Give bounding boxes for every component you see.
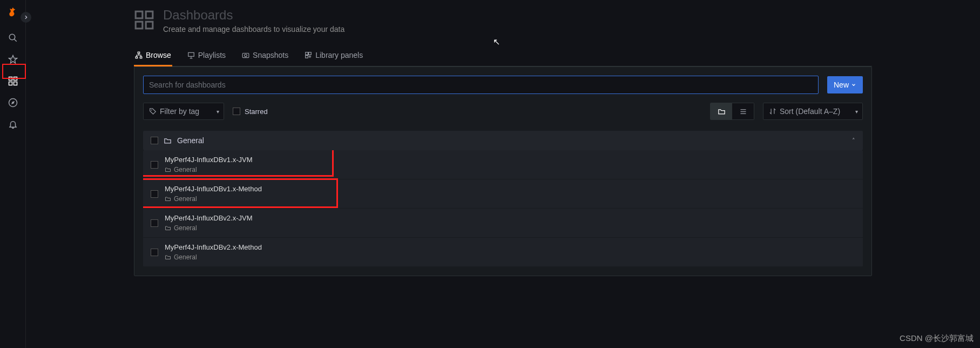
folder-icon <box>165 166 171 173</box>
search-icon <box>8 33 18 43</box>
sort-icon <box>769 108 776 115</box>
folder-icon <box>165 225 171 231</box>
chevron-down-icon: ▾ <box>217 109 219 115</box>
svg-rect-17 <box>309 52 312 55</box>
new-button-label: New <box>834 81 849 89</box>
nav-sidebar <box>0 0 26 348</box>
star-icon <box>8 55 18 64</box>
tab-label: Playlists <box>198 51 226 59</box>
grafana-logo[interactable] <box>4 3 22 21</box>
tab-browse[interactable]: Browse <box>134 46 172 66</box>
svg-rect-9 <box>146 22 153 29</box>
svg-rect-1 <box>9 77 12 81</box>
svg-rect-16 <box>306 52 308 55</box>
dashboard-item[interactable]: MyPerf4J-InfluxDBv1.x-Method General <box>143 179 863 209</box>
dashboard-folder: General <box>165 224 253 232</box>
tab-label: Snapshots <box>253 51 288 59</box>
dashboard-title: MyPerf4J-InfluxDBv1.x-Method <box>165 185 262 193</box>
dashboard-folder: General <box>165 166 253 173</box>
dashboard-list: MyPerf4J-InfluxDBv1.x-JVM General MyPerf… <box>143 150 863 267</box>
dashboard-checkbox[interactable] <box>151 219 158 227</box>
dashboard-checkbox[interactable] <box>151 190 158 198</box>
new-button[interactable]: New <box>827 76 863 93</box>
svg-rect-7 <box>146 11 153 18</box>
folder-header-general[interactable]: General ˄ <box>143 131 863 150</box>
folder-open-icon <box>164 137 172 145</box>
view-folders-button[interactable] <box>711 103 732 119</box>
svg-rect-3 <box>9 82 12 85</box>
page-title: Dashboards <box>163 8 344 23</box>
svg-rect-18 <box>306 56 308 58</box>
svg-rect-11 <box>136 57 138 58</box>
page-subtitle: Create and manage dashboards to visualiz… <box>163 25 344 34</box>
presentation-icon <box>187 51 195 59</box>
filter-by-tag[interactable]: Filter by tag ▾ <box>143 103 224 120</box>
tabs: Browse Playlists Snapshots Library panel… <box>134 46 872 66</box>
svg-rect-12 <box>140 57 142 58</box>
folder-checkbox[interactable] <box>151 137 158 144</box>
main-content: Dashboards Create and manage dashboards … <box>26 0 980 348</box>
list-icon <box>739 108 747 116</box>
tab-label: Library panels <box>315 51 363 59</box>
sort-label: Sort (Default A–Z) <box>780 107 840 116</box>
chevron-down-icon: ▾ <box>855 109 858 115</box>
svg-point-0 <box>9 34 15 40</box>
nav-alerting[interactable] <box>4 116 22 133</box>
camera-icon <box>242 51 249 59</box>
tab-library-panels[interactable]: Library panels <box>303 46 364 66</box>
chevron-up-icon: ˄ <box>852 137 855 144</box>
dashboard-item[interactable]: MyPerf4J-InfluxDBv2.x-JVM General <box>143 209 863 238</box>
dashboards-header-icon <box>134 10 154 30</box>
sitemap-icon <box>135 51 143 59</box>
svg-rect-6 <box>136 11 143 18</box>
dashboard-checkbox[interactable] <box>151 249 158 256</box>
nav-starred[interactable] <box>4 51 22 68</box>
dashboard-panel: New Filter by tag ▾ Starred <box>134 66 872 276</box>
tab-playlists[interactable]: Playlists <box>186 46 227 66</box>
filter-by-tag-label: Filter by tag <box>160 107 199 116</box>
dashboard-checkbox[interactable] <box>151 161 158 169</box>
view-list-button[interactable] <box>732 103 754 119</box>
view-toggle <box>710 103 754 120</box>
starred-checkbox[interactable] <box>233 108 240 115</box>
page-header: Dashboards Create and manage dashboards … <box>134 8 872 34</box>
folder-icon <box>165 254 171 260</box>
folder-name: General <box>177 136 204 145</box>
svg-rect-2 <box>13 77 17 81</box>
apps-icon <box>134 10 154 30</box>
starred-label: Starred <box>245 108 268 116</box>
library-panel-icon <box>305 51 312 59</box>
svg-rect-4 <box>13 82 17 85</box>
dashboard-title: MyPerf4J-InfluxDBv2.x-Method <box>165 243 262 251</box>
tab-snapshots[interactable]: Snapshots <box>241 46 289 66</box>
tab-label: Browse <box>146 51 171 59</box>
sort-select[interactable]: Sort (Default A–Z) ▾ <box>763 103 863 120</box>
compass-icon <box>8 98 18 108</box>
watermark: CSDN @长沙郭富城 <box>900 333 974 344</box>
dashboard-item[interactable]: MyPerf4J-InfluxDBv1.x-JVM General <box>143 150 863 179</box>
dashboard-folder: General <box>165 253 262 261</box>
starred-filter[interactable]: Starred <box>233 108 268 116</box>
svg-rect-8 <box>136 22 143 29</box>
folder-icon <box>165 196 171 202</box>
chevron-down-icon <box>851 82 856 88</box>
dashboard-item[interactable]: MyPerf4J-InfluxDBv2.x-Method General <box>143 238 863 267</box>
folder-icon <box>718 108 726 116</box>
svg-rect-10 <box>138 52 140 53</box>
apps-icon <box>8 76 18 86</box>
nav-dashboards[interactable] <box>4 72 22 90</box>
svg-rect-13 <box>188 52 194 56</box>
dashboard-title: MyPerf4J-InfluxDBv2.x-JVM <box>165 214 253 222</box>
dashboard-folder: General <box>165 195 262 203</box>
search-input[interactable] <box>143 76 819 94</box>
bell-icon <box>8 119 18 129</box>
nav-search[interactable] <box>4 29 22 46</box>
dashboard-title: MyPerf4J-InfluxDBv1.x-JVM <box>165 156 253 164</box>
nav-explore[interactable] <box>4 94 22 111</box>
tag-icon <box>149 108 157 115</box>
svg-point-19 <box>151 110 152 111</box>
svg-point-15 <box>245 54 247 57</box>
grafana-icon <box>8 6 18 18</box>
